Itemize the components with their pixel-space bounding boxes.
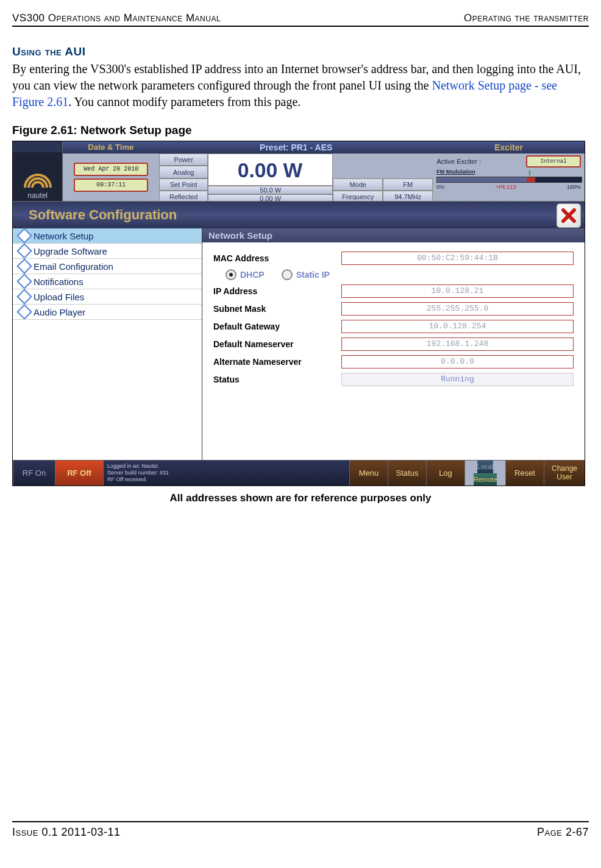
preset-title: Preset: PR1 - AES xyxy=(159,141,433,153)
modulation-bar xyxy=(436,177,582,183)
topbar: nautel Date & Time Wed Apr 28 2010 09:37… xyxy=(13,141,585,201)
change-line2: User xyxy=(557,473,572,481)
sidebar-item-label: Upload Files xyxy=(34,292,84,302)
active-exciter-label: Active Exciter : xyxy=(436,158,481,165)
brand-text: nautel xyxy=(27,191,48,200)
subnet-label: Subnet Mask xyxy=(213,304,341,314)
reset-button[interactable]: Reset xyxy=(505,460,544,485)
preset-panel: Preset: PR1 - AES Power Analog Set Point… xyxy=(159,141,433,201)
ip-field: 10.0.128.21 xyxy=(341,284,574,298)
status-field: Running xyxy=(341,373,574,386)
ip-mode-row: DHCP Static IP xyxy=(213,269,574,280)
gauge-power: Power xyxy=(159,153,208,166)
nautel-arc-icon xyxy=(23,163,53,191)
bottom-bar: RF On RF Off Logged in as: Nautel. Serve… xyxy=(13,460,585,485)
menu-button[interactable]: Menu xyxy=(349,460,388,485)
app-screenshot: nautel Date & Time Wed Apr 28 2010 09:37… xyxy=(12,141,585,486)
log-button[interactable]: Log xyxy=(426,460,464,485)
status-button[interactable]: Status xyxy=(388,460,426,485)
change-line1: Change xyxy=(552,464,577,473)
power-value-text-fill: 0.00 W xyxy=(238,159,303,182)
status-label: Status xyxy=(213,375,341,384)
diamond-icon xyxy=(16,304,32,319)
date-display: Wed Apr 28 2010 xyxy=(74,163,148,176)
sidebar-item-network-setup[interactable]: Network Setup xyxy=(13,228,202,244)
main-area: Network Setup Upgrade Software Email Con… xyxy=(13,228,585,460)
power-readout: 0.00 W xyxy=(208,153,333,186)
scale-high: 160% xyxy=(567,184,581,190)
ns-label: Default Nameserver xyxy=(213,339,341,349)
dhcp-label: DHCP xyxy=(240,270,265,280)
diamond-icon xyxy=(16,243,32,258)
sidebar-item-audio-player[interactable]: Audio Player xyxy=(13,305,202,320)
fm-modulation-label: FM Modulation xyxy=(436,169,581,175)
subnet-field: 255.255.255.0 xyxy=(341,302,574,316)
figure-note: All addresses shown are for reference pu… xyxy=(12,492,589,504)
peak-value: +Pk:113 xyxy=(496,184,516,190)
static-label: Static IP xyxy=(296,270,330,280)
setpoint-value: 50.0 W xyxy=(208,186,333,194)
ip-label: IP Address xyxy=(213,286,341,296)
datetime-title: Date & Time xyxy=(63,141,160,153)
diamond-icon xyxy=(16,228,32,243)
content-title: Network Setup xyxy=(202,228,585,242)
sidebar-item-label: Email Configuration xyxy=(34,261,113,272)
gw-field: 10.0.128.254 xyxy=(341,320,574,333)
info-line2: Server build number: 831 xyxy=(107,470,169,476)
time-display: 09:37:11 xyxy=(74,178,148,192)
ns-field: 192.168.1.248 xyxy=(341,337,574,351)
gauge-analog: Analog xyxy=(159,166,208,178)
content-panel: Network Setup MAC Address00:50:C2:59:44:… xyxy=(202,228,585,460)
mode-value: FM xyxy=(383,178,433,191)
rule xyxy=(12,26,589,32)
section-title: Using the AUI xyxy=(12,45,589,58)
sidebar-item-email-config[interactable]: Email Configuration xyxy=(13,259,202,274)
panel-title-bar: Software Configuration xyxy=(13,201,585,228)
diamond-icon xyxy=(16,289,32,304)
panel-title: Software Configuration xyxy=(29,207,177,223)
info-line1: Logged in as: Nautel. xyxy=(107,463,159,470)
local-label: Local xyxy=(477,460,493,473)
datetime-panel: Date & Time Wed Apr 28 2010 09:37:11 xyxy=(63,141,159,201)
close-icon xyxy=(560,207,577,224)
rf-off-button[interactable]: RF Off xyxy=(55,460,103,485)
gauge-setpoint: Set Point xyxy=(159,178,208,191)
page-footer: Issue 0.1 2011-03-11 Page 2-67 xyxy=(12,822,589,839)
sidebar-item-label: Audio Player xyxy=(34,307,85,317)
footer-left: Issue 0.1 2011-03-11 xyxy=(12,826,121,839)
diamond-icon xyxy=(16,273,32,289)
rf-on-button[interactable]: RF On xyxy=(13,460,55,485)
header-left: VS300 Operations and Maintenance Manual xyxy=(12,12,221,24)
exciter-panel: Exciter Active Exciter : Internal FM Mod… xyxy=(433,141,585,201)
sidebar: Network Setup Upgrade Software Email Con… xyxy=(13,228,202,460)
static-radio[interactable] xyxy=(282,269,293,280)
status-info: Logged in as: Nautel. Server build numbe… xyxy=(103,460,349,485)
diamond-icon xyxy=(16,258,32,273)
local-remote-toggle[interactable]: Local Remote xyxy=(464,460,505,485)
mac-field: 00:50:C2:59:44:1B xyxy=(341,252,574,265)
network-form: MAC Address00:50:C2:59:44:1B DHCP Static… xyxy=(202,242,585,395)
close-button[interactable] xyxy=(557,203,581,228)
mode-label: Mode xyxy=(333,178,383,191)
mac-label: MAC Address xyxy=(213,253,341,263)
body-text: By entering the VS300's established IP a… xyxy=(12,61,589,110)
sidebar-item-notifications[interactable]: Notifications xyxy=(13,274,202,289)
page-header: VS300 Operations and Maintenance Manual … xyxy=(12,12,589,26)
brand-logo: nautel xyxy=(13,141,63,201)
sidebar-item-label: Network Setup xyxy=(34,231,93,241)
sidebar-item-label: Notifications xyxy=(34,277,84,287)
active-exciter-value: Internal xyxy=(526,155,581,168)
alt-label: Alternate Nameserver xyxy=(213,357,341,367)
exciter-title: Exciter xyxy=(433,141,585,153)
sidebar-item-upgrade-software[interactable]: Upgrade Software xyxy=(13,244,202,259)
sidebar-item-label: Upgrade Software xyxy=(34,246,107,256)
text-post: . You cannot modify parameters from this… xyxy=(68,95,300,108)
remote-label: Remote xyxy=(474,473,497,486)
sidebar-item-upload-files[interactable]: Upload Files xyxy=(13,289,202,305)
dhcp-radio[interactable] xyxy=(226,269,236,280)
change-user-button[interactable]: ChangeUser xyxy=(544,460,585,485)
gw-label: Default Gateway xyxy=(213,322,341,331)
header-right: Operating the transmitter xyxy=(464,12,589,24)
footer-right: Page 2-67 xyxy=(537,826,589,839)
peak-tick-icon xyxy=(529,171,530,175)
